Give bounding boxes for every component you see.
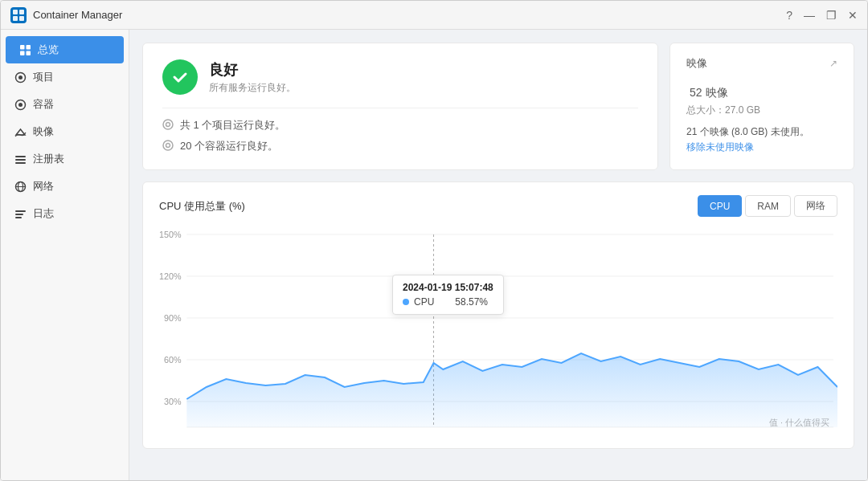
svg-rect-3 (19, 16, 24, 21)
svg-point-11 (18, 103, 23, 107)
watermark: 值 · 什么值得买 (769, 417, 829, 429)
tab-network[interactable]: 网络 (794, 195, 837, 217)
svg-point-9 (18, 75, 23, 79)
registry-icon (14, 153, 27, 165)
image-count: 52映像 (686, 77, 837, 102)
svg-rect-6 (20, 51, 25, 55)
status-item-icon-0 (162, 119, 174, 132)
svg-rect-1 (19, 10, 24, 14)
sidebar-label-network: 网络 (33, 179, 54, 194)
svg-point-23 (163, 141, 173, 150)
content-area: 良好 所有服务运行良好。 共 1 个项目运行 (129, 30, 867, 480)
image-size: 总大小：27.0 GB (686, 104, 837, 117)
sidebar-label-log: 日志 (33, 206, 54, 221)
svg-text:150%: 150% (159, 230, 182, 239)
minimize-button[interactable]: — (804, 9, 815, 22)
svg-rect-0 (13, 10, 18, 14)
status-header: 良好 所有服务运行良好。 (162, 59, 638, 95)
status-title: 良好 (209, 60, 296, 79)
svg-rect-18 (15, 210, 26, 212)
sidebar-label-overview: 总览 (38, 43, 59, 57)
chart-header: CPU 使用总量 (%) CPU RAM 网络 (159, 195, 837, 217)
svg-rect-4 (20, 45, 25, 50)
titlebar: Container Manager ? — ❐ ✕ (1, 1, 867, 30)
image-card: 映像 ↗ 52映像 总大小：27.0 GB 21 个映像 (8.0 GB) 未使… (669, 43, 854, 170)
chart-area: 150% 120% 90% 60% 30% (159, 226, 837, 435)
log-icon (14, 207, 27, 220)
svg-text:120%: 120% (159, 271, 182, 281)
sidebar-item-image[interactable]: 映像 (1, 118, 129, 145)
status-item-text-1: 20 个容器运行良好。 (180, 139, 278, 153)
titlebar-left: Container Manager (10, 7, 122, 23)
external-link-icon[interactable]: ↗ (829, 58, 837, 69)
close-button[interactable]: ✕ (848, 9, 858, 22)
svg-rect-5 (26, 45, 31, 50)
sidebar-item-log[interactable]: 日志 (1, 200, 129, 227)
image-count-label: 映像 (706, 86, 728, 99)
sidebar-label-container: 容器 (33, 97, 54, 112)
app-title: Container Manager (33, 9, 122, 21)
tab-ram[interactable]: RAM (745, 195, 791, 217)
main-layout: 总览 项目 容器 (1, 30, 867, 480)
sidebar-label-registry: 注册表 (33, 152, 64, 166)
status-item-0: 共 1 个项目运行良好。 (162, 118, 638, 132)
sidebar-item-overview[interactable]: 总览 (6, 36, 124, 63)
sidebar-item-container[interactable]: 容器 (1, 91, 129, 118)
status-text: 良好 所有服务运行良好。 (209, 60, 296, 95)
image-icon (14, 125, 27, 138)
sidebar-item-network[interactable]: 网络 (1, 173, 129, 200)
svg-text:60%: 60% (164, 355, 182, 365)
svg-rect-7 (26, 51, 31, 55)
help-button[interactable]: ? (786, 9, 792, 22)
status-card: 良好 所有服务运行良好。 共 1 个项目运行 (142, 43, 658, 170)
maximize-button[interactable]: ❐ (826, 9, 837, 22)
image-size-value: 27.0 GB (725, 104, 760, 116)
watermark-text: 值 · 什么值得买 (769, 418, 829, 427)
top-row: 良好 所有服务运行良好。 共 1 个项目运行 (142, 43, 854, 170)
sidebar-item-project[interactable]: 项目 (1, 63, 129, 91)
status-item-icon-1 (162, 140, 174, 153)
sidebar: 总览 项目 容器 (1, 30, 129, 480)
image-size-label: 总大小： (686, 104, 725, 116)
chart-card: CPU 使用总量 (%) CPU RAM 网络 150% 120% 90% 60… (142, 181, 854, 449)
app-icon (10, 7, 27, 23)
chart-svg: 150% 120% 90% 60% 30% (159, 226, 837, 435)
status-item-text-0: 共 1 个项目运行良好。 (180, 118, 285, 132)
svg-rect-13 (15, 159, 26, 161)
network-icon (14, 180, 27, 193)
svg-point-24 (166, 143, 170, 147)
image-card-header: 映像 ↗ (686, 56, 837, 71)
app-window: Container Manager ? — ❐ ✕ 总览 (0, 0, 868, 481)
chart-tabs: CPU RAM 网络 (698, 195, 837, 217)
svg-rect-2 (13, 16, 18, 21)
status-items: 共 1 个项目运行良好。 20 个容器运行良好。 (162, 108, 638, 153)
chart-title: CPU 使用总量 (%) (159, 199, 245, 214)
svg-text:90%: 90% (164, 313, 182, 323)
image-card-title-text: 映像 (686, 56, 707, 71)
tab-cpu[interactable]: CPU (698, 195, 742, 217)
svg-text:30%: 30% (164, 397, 182, 406)
svg-rect-12 (15, 156, 26, 157)
svg-point-22 (166, 122, 170, 126)
remove-unused-link[interactable]: 移除未使用映像 (686, 141, 837, 154)
status-ok-icon (162, 59, 198, 95)
sidebar-label-image: 映像 (33, 124, 54, 139)
svg-rect-20 (15, 217, 22, 218)
status-item-1: 20 个容器运行良好。 (162, 139, 638, 153)
image-count-number: 52 (690, 86, 702, 99)
image-warning: 21 个映像 (8.0 GB) 未使用。 (686, 125, 837, 139)
project-icon (14, 71, 27, 84)
status-subtitle: 所有服务运行良好。 (209, 81, 296, 95)
overview-icon (18, 43, 31, 56)
svg-rect-14 (15, 162, 26, 164)
sidebar-label-project: 项目 (33, 70, 54, 84)
svg-point-21 (163, 120, 173, 129)
container-icon (14, 98, 27, 111)
svg-rect-19 (15, 214, 23, 215)
window-controls[interactable]: ? — ❐ ✕ (786, 9, 858, 22)
image-warning-text: 21 个映像 (8.0 GB) 未使用。 (686, 126, 809, 137)
sidebar-item-registry[interactable]: 注册表 (1, 145, 129, 173)
